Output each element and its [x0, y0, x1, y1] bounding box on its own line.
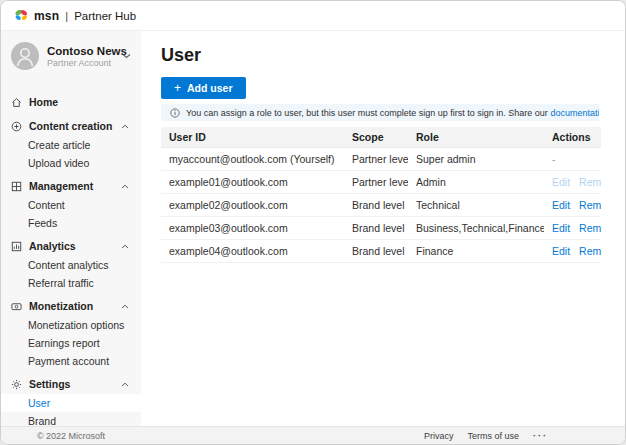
- sidebar-item-feeds[interactable]: Feeds: [1, 214, 141, 232]
- table-row: example01@outlook.com Partner level Admi…: [161, 171, 601, 194]
- sidebar-item-monetization-options[interactable]: Monetization options: [1, 316, 141, 334]
- cell-user-id: myaccount@outlook.com (Yourself): [161, 153, 344, 165]
- cell-scope: Partner level: [344, 176, 408, 188]
- sidebar-item-label: Home: [29, 96, 58, 108]
- privacy-link[interactable]: Privacy: [424, 431, 454, 441]
- sidebar-item-label: Management: [29, 180, 93, 192]
- sidebar-item-user[interactable]: User: [1, 394, 141, 412]
- add-user-label: Add user: [187, 82, 233, 94]
- column-header-actions: Actions: [544, 131, 601, 143]
- documentation-guide-link[interactable]: documentation guide: [550, 108, 599, 118]
- cell-user-id: example02@outlook.com: [161, 199, 344, 211]
- info-icon: [170, 108, 180, 118]
- main-content: User + Add user You can assign a role to…: [141, 31, 625, 426]
- terms-of-use-link[interactable]: Terms of use: [468, 431, 520, 441]
- table-row: example04@outlook.com Brand level Financ…: [161, 240, 601, 263]
- more-button[interactable]: ···: [533, 431, 548, 441]
- user-table: User ID Scope Role Actions myaccount@out…: [161, 127, 601, 263]
- brand-name: msn: [34, 9, 59, 23]
- sidebar-item-content-analytics[interactable]: Content analytics: [1, 256, 141, 274]
- account-type: Partner Account: [47, 58, 114, 68]
- account-name: Contoso News: [47, 45, 114, 57]
- banner-text-before: You can assign a role to user, but this …: [186, 108, 548, 118]
- plus-icon: +: [174, 82, 181, 94]
- cell-scope: Partner level: [344, 153, 408, 165]
- sidebar-item-upload-video[interactable]: Upload video: [1, 154, 141, 172]
- remove-link[interactable]: Remove: [579, 199, 601, 211]
- chevron-up-icon: [121, 244, 129, 249]
- cell-role: Finance: [408, 245, 544, 257]
- sidebar-item-label: Monetization options: [28, 319, 124, 331]
- msn-butterfly-logo-icon: [14, 9, 29, 22]
- footer-bar: © 2022 Microsoft Privacy Terms of use ··…: [1, 426, 625, 444]
- cell-scope: Brand level: [344, 199, 408, 211]
- sidebar-item-settings[interactable]: Settings: [1, 374, 141, 394]
- bar-chart-icon: [11, 241, 22, 252]
- sidebar: Contoso News Partner Account Home: [1, 31, 141, 426]
- product-name: Partner Hub: [74, 10, 136, 22]
- chevron-up-icon: [121, 124, 129, 129]
- sidebar-item-content[interactable]: Content: [1, 196, 141, 214]
- sidebar-item-content-creation[interactable]: Content creation: [1, 116, 141, 136]
- sidebar-item-label: Upload video: [28, 157, 89, 169]
- cell-role: Business,Technical,Finance: [408, 222, 544, 234]
- cell-role: Technical: [408, 199, 544, 211]
- sidebar-item-label: Earnings report: [28, 337, 100, 349]
- column-header-user-id: User ID: [161, 131, 344, 143]
- remove-link-disabled: Remove: [579, 176, 601, 188]
- copyright: © 2022 Microsoft: [1, 431, 141, 441]
- sidebar-item-label: Content: [28, 199, 65, 211]
- grid-icon: [11, 181, 22, 192]
- table-row: myaccount@outlook.com (Yourself) Partner…: [161, 148, 601, 171]
- sidebar-item-earnings-report[interactable]: Earnings report: [1, 334, 141, 352]
- edit-link-disabled: Edit: [552, 176, 570, 188]
- edit-link[interactable]: Edit: [552, 245, 570, 257]
- sidebar-item-label: Feeds: [28, 217, 57, 229]
- sidebar-nav: Home Content creation Create article Upl…: [1, 88, 141, 430]
- partner-hub-window: msn | Partner Hub Contoso News Partner A…: [0, 0, 626, 445]
- sidebar-item-label: Content analytics: [28, 259, 109, 271]
- sidebar-item-label: Referral traffic: [28, 277, 94, 289]
- sidebar-item-monetization[interactable]: Monetization: [1, 296, 141, 316]
- sidebar-item-label: Payment account: [28, 355, 109, 367]
- cell-role: Super admin: [408, 153, 544, 165]
- cell-user-id: example03@outlook.com: [161, 222, 344, 234]
- sidebar-item-label: User: [28, 397, 50, 409]
- table-row: example02@outlook.com Brand level Techni…: [161, 194, 601, 217]
- add-user-button[interactable]: + Add user: [161, 77, 246, 99]
- cell-role: Admin: [408, 176, 544, 188]
- info-banner: You can assign a role to user, but this …: [161, 104, 599, 121]
- gear-icon: [11, 379, 22, 390]
- remove-link[interactable]: Remove: [579, 245, 601, 257]
- add-circle-icon: [11, 121, 22, 132]
- sidebar-item-label: Monetization: [29, 300, 93, 312]
- cell-user-id: example04@outlook.com: [161, 245, 344, 257]
- page-title: User: [161, 45, 599, 66]
- edit-link[interactable]: Edit: [552, 199, 570, 211]
- chevron-up-icon: [121, 304, 129, 309]
- no-actions-placeholder: -: [552, 153, 556, 165]
- sidebar-item-label: Content creation: [29, 120, 112, 132]
- sidebar-item-home[interactable]: Home: [1, 92, 141, 112]
- money-icon: [11, 301, 22, 312]
- sidebar-item-label: Settings: [29, 378, 70, 390]
- cell-scope: Brand level: [344, 245, 408, 257]
- sidebar-item-referral-traffic[interactable]: Referral traffic: [1, 274, 141, 292]
- sidebar-item-label: Analytics: [29, 240, 76, 252]
- sidebar-item-payment-account[interactable]: Payment account: [1, 352, 141, 370]
- chevron-up-icon: [121, 382, 129, 387]
- table-row: example03@outlook.com Brand level Busine…: [161, 217, 601, 240]
- edit-link[interactable]: Edit: [552, 222, 570, 234]
- chevron-up-icon: [121, 184, 129, 189]
- sidebar-item-create-article[interactable]: Create article: [1, 136, 141, 154]
- account-switcher[interactable]: Contoso News Partner Account: [1, 31, 141, 80]
- table-header-row: User ID Scope Role Actions: [161, 127, 601, 148]
- banner-text: You can assign a role to user, but this …: [186, 108, 599, 118]
- sidebar-item-label: Create article: [28, 139, 90, 151]
- column-header-scope: Scope: [344, 131, 408, 143]
- avatar: [11, 42, 39, 70]
- cell-user-id: example01@outlook.com: [161, 176, 344, 188]
- remove-link[interactable]: Remove: [579, 222, 601, 234]
- sidebar-item-analytics[interactable]: Analytics: [1, 236, 141, 256]
- sidebar-item-management[interactable]: Management: [1, 176, 141, 196]
